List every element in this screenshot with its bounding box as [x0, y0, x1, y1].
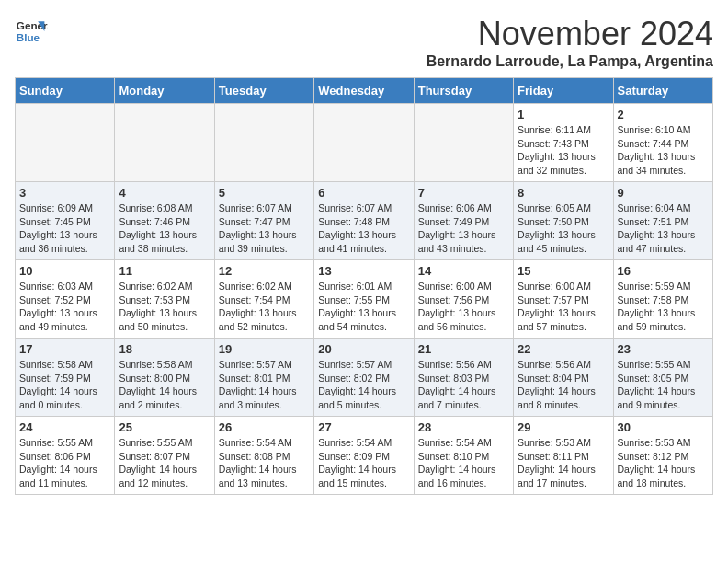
calendar-cell: 23Sunrise: 5:55 AM Sunset: 8:05 PM Dayli…: [613, 339, 712, 417]
calendar-cell: 30Sunrise: 5:53 AM Sunset: 8:12 PM Dayli…: [613, 417, 712, 495]
page-header: General Blue November 2024 Bernardo Larr…: [15, 15, 713, 70]
day-info: Sunrise: 5:54 AM Sunset: 8:09 PM Dayligh…: [318, 436, 409, 490]
day-info: Sunrise: 6:00 AM Sunset: 7:56 PM Dayligh…: [418, 280, 509, 334]
day-info: Sunrise: 6:09 AM Sunset: 7:45 PM Dayligh…: [19, 201, 110, 256]
calendar-header: SundayMondayTuesdayWednesdayThursdayFrid…: [16, 78, 713, 104]
header-thursday: Thursday: [414, 78, 513, 104]
week-row-2: 3Sunrise: 6:09 AM Sunset: 7:45 PM Daylig…: [16, 182, 713, 260]
header-tuesday: Tuesday: [214, 78, 313, 104]
day-number: 20: [318, 342, 409, 356]
calendar-cell: [115, 104, 214, 182]
day-info: Sunrise: 5:56 AM Sunset: 8:04 PM Dayligh…: [518, 358, 609, 412]
calendar-cell: 1Sunrise: 6:11 AM Sunset: 7:43 PM Daylig…: [514, 104, 613, 182]
day-info: Sunrise: 6:00 AM Sunset: 7:57 PM Dayligh…: [518, 280, 609, 334]
day-info: Sunrise: 6:01 AM Sunset: 7:55 PM Dayligh…: [318, 280, 409, 334]
day-info: Sunrise: 6:04 AM Sunset: 7:51 PM Dayligh…: [618, 201, 709, 256]
calendar-body: 1Sunrise: 6:11 AM Sunset: 7:43 PM Daylig…: [16, 104, 713, 495]
day-info: Sunrise: 6:10 AM Sunset: 7:44 PM Dayligh…: [618, 123, 709, 178]
week-row-5: 24Sunrise: 5:55 AM Sunset: 8:06 PM Dayli…: [16, 417, 713, 495]
day-info: Sunrise: 5:53 AM Sunset: 8:11 PM Dayligh…: [518, 436, 609, 490]
day-number: 30: [618, 420, 709, 434]
day-number: 6: [318, 186, 409, 200]
day-info: Sunrise: 6:05 AM Sunset: 7:50 PM Dayligh…: [518, 201, 609, 256]
day-info: Sunrise: 6:07 AM Sunset: 7:47 PM Dayligh…: [219, 201, 310, 256]
day-number: 24: [19, 420, 110, 434]
day-info: Sunrise: 6:03 AM Sunset: 7:52 PM Dayligh…: [19, 280, 110, 334]
calendar-cell: 19Sunrise: 5:57 AM Sunset: 8:01 PM Dayli…: [214, 339, 313, 417]
day-info: Sunrise: 5:55 AM Sunset: 8:07 PM Dayligh…: [119, 436, 210, 490]
day-info: Sunrise: 5:56 AM Sunset: 8:03 PM Dayligh…: [418, 358, 509, 412]
day-number: 10: [19, 264, 110, 278]
calendar-cell: 25Sunrise: 5:55 AM Sunset: 8:07 PM Dayli…: [115, 417, 214, 495]
calendar-cell: [214, 104, 313, 182]
day-info: Sunrise: 6:06 AM Sunset: 7:49 PM Dayligh…: [418, 201, 509, 256]
day-number: 7: [418, 186, 509, 200]
day-number: 17: [19, 342, 110, 356]
day-number: 12: [219, 264, 310, 278]
day-number: 1: [518, 108, 609, 121]
logo: General Blue: [15, 15, 51, 48]
day-info: Sunrise: 6:02 AM Sunset: 7:54 PM Dayligh…: [219, 280, 310, 334]
calendar-cell: 28Sunrise: 5:54 AM Sunset: 8:10 PM Dayli…: [414, 417, 513, 495]
day-number: 19: [219, 342, 310, 356]
day-info: Sunrise: 6:02 AM Sunset: 7:53 PM Dayligh…: [119, 280, 210, 334]
day-number: 4: [119, 186, 210, 200]
day-number: 28: [418, 420, 509, 434]
day-info: Sunrise: 5:59 AM Sunset: 7:58 PM Dayligh…: [618, 280, 709, 334]
calendar-cell: 3Sunrise: 6:09 AM Sunset: 7:45 PM Daylig…: [16, 182, 115, 260]
calendar-cell: 7Sunrise: 6:06 AM Sunset: 7:49 PM Daylig…: [414, 182, 513, 260]
week-row-1: 1Sunrise: 6:11 AM Sunset: 7:43 PM Daylig…: [16, 104, 713, 182]
day-info: Sunrise: 5:53 AM Sunset: 8:12 PM Dayligh…: [618, 436, 709, 490]
day-number: 8: [518, 186, 609, 200]
day-number: 18: [119, 342, 210, 356]
calendar-cell: 21Sunrise: 5:56 AM Sunset: 8:03 PM Dayli…: [414, 339, 513, 417]
day-info: Sunrise: 6:08 AM Sunset: 7:46 PM Dayligh…: [119, 201, 210, 256]
day-number: 22: [518, 342, 609, 356]
day-number: 5: [219, 186, 310, 200]
calendar-cell: 12Sunrise: 6:02 AM Sunset: 7:54 PM Dayli…: [214, 260, 313, 339]
day-info: Sunrise: 5:54 AM Sunset: 8:10 PM Dayligh…: [418, 436, 509, 490]
calendar-cell: 14Sunrise: 6:00 AM Sunset: 7:56 PM Dayli…: [414, 260, 513, 339]
calendar-cell: 2Sunrise: 6:10 AM Sunset: 7:44 PM Daylig…: [613, 104, 712, 182]
calendar-cell: 8Sunrise: 6:05 AM Sunset: 7:50 PM Daylig…: [514, 182, 613, 260]
calendar-cell: 27Sunrise: 5:54 AM Sunset: 8:09 PM Dayli…: [314, 417, 414, 495]
location-subtitle: Bernardo Larroude, La Pampa, Argentina: [427, 53, 713, 70]
calendar-cell: [16, 104, 115, 182]
day-number: 29: [518, 420, 609, 434]
calendar-cell: 6Sunrise: 6:07 AM Sunset: 7:48 PM Daylig…: [314, 182, 414, 260]
header-monday: Monday: [115, 78, 214, 104]
day-number: 23: [618, 342, 709, 356]
calendar-cell: 4Sunrise: 6:08 AM Sunset: 7:46 PM Daylig…: [115, 182, 214, 260]
day-number: 26: [219, 420, 310, 434]
day-number: 9: [618, 186, 709, 200]
calendar-cell: 9Sunrise: 6:04 AM Sunset: 7:51 PM Daylig…: [613, 182, 712, 260]
calendar-cell: 5Sunrise: 6:07 AM Sunset: 7:47 PM Daylig…: [214, 182, 313, 260]
day-number: 2: [618, 108, 709, 121]
calendar-cell: 22Sunrise: 5:56 AM Sunset: 8:04 PM Dayli…: [514, 339, 613, 417]
calendar-cell: [414, 104, 513, 182]
calendar-cell: 18Sunrise: 5:58 AM Sunset: 8:00 PM Dayli…: [115, 339, 214, 417]
title-block: November 2024 Bernardo Larroude, La Pamp…: [427, 15, 713, 70]
header-saturday: Saturday: [613, 78, 712, 104]
header-row: SundayMondayTuesdayWednesdayThursdayFrid…: [16, 78, 713, 104]
day-number: 15: [518, 264, 609, 278]
calendar-cell: 13Sunrise: 6:01 AM Sunset: 7:55 PM Dayli…: [314, 260, 414, 339]
calendar-table: SundayMondayTuesdayWednesdayThursdayFrid…: [15, 77, 713, 495]
day-info: Sunrise: 5:57 AM Sunset: 8:01 PM Dayligh…: [219, 358, 310, 412]
day-number: 16: [618, 264, 709, 278]
header-sunday: Sunday: [16, 78, 115, 104]
calendar-cell: 29Sunrise: 5:53 AM Sunset: 8:11 PM Dayli…: [514, 417, 613, 495]
week-row-3: 10Sunrise: 6:03 AM Sunset: 7:52 PM Dayli…: [16, 260, 713, 339]
calendar-cell: 16Sunrise: 5:59 AM Sunset: 7:58 PM Dayli…: [613, 260, 712, 339]
calendar-cell: [314, 104, 414, 182]
calendar-cell: 15Sunrise: 6:00 AM Sunset: 7:57 PM Dayli…: [514, 260, 613, 339]
day-number: 14: [418, 264, 509, 278]
day-info: Sunrise: 5:54 AM Sunset: 8:08 PM Dayligh…: [219, 436, 310, 490]
day-number: 13: [318, 264, 409, 278]
day-number: 11: [119, 264, 210, 278]
calendar-cell: 20Sunrise: 5:57 AM Sunset: 8:02 PM Dayli…: [314, 339, 414, 417]
header-wednesday: Wednesday: [314, 78, 414, 104]
day-info: Sunrise: 6:11 AM Sunset: 7:43 PM Dayligh…: [518, 123, 609, 178]
calendar-cell: 10Sunrise: 6:03 AM Sunset: 7:52 PM Dayli…: [16, 260, 115, 339]
day-info: Sunrise: 6:07 AM Sunset: 7:48 PM Dayligh…: [318, 201, 409, 256]
